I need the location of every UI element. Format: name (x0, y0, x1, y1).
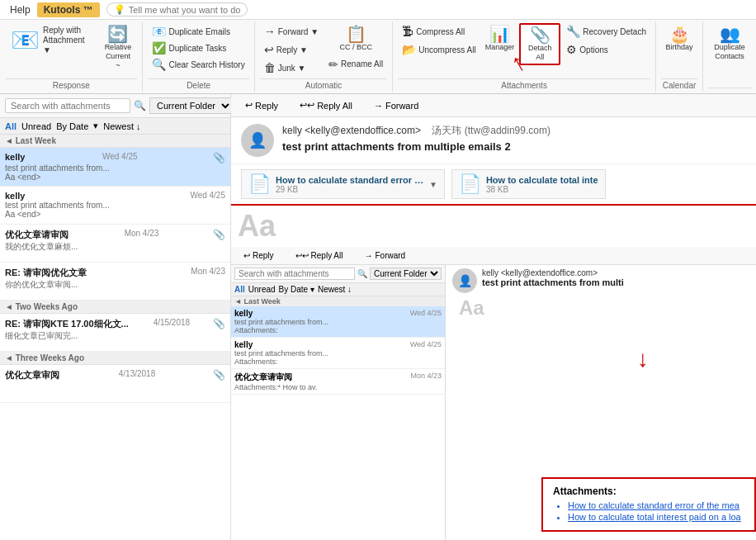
attach-result-1[interactable]: How to calculate standard error of the m… (568, 500, 744, 510)
forward-button[interactable]: → Forward ▼ (260, 23, 323, 40)
section-last-week: ◄ Last Week (0, 135, 230, 148)
attach-icon-1: 📎 (213, 152, 225, 163)
nested-from: kelly <kelly@extendoffice.com> (482, 268, 624, 277)
attachments-result-list: How to calculate standard error of the m… (553, 500, 744, 522)
attach-result-2[interactable]: How to calculate total interest paid on … (568, 512, 744, 522)
attachments-group-label: Attachments (398, 78, 650, 90)
duplicate-tasks-button[interactable]: ✅ Duplicate Tasks (148, 40, 230, 56)
email-content-3: 优化文章请审阅 Mon 4/23 📎 我的优化文章麻烦... (5, 229, 225, 258)
manager-button[interactable]: 📊 Manager (482, 23, 517, 54)
duplicate-tasks-icon: ✅ (152, 41, 166, 54)
detach-all-button[interactable]: 📎 Detach All (519, 23, 560, 65)
section-two-weeks: ◄ Two Weeks Ago (0, 301, 230, 314)
nested-by-date[interactable]: By Date ▾ (279, 285, 314, 294)
menu-help[interactable]: Help (3, 2, 37, 17)
nested-unread[interactable]: Unread (248, 285, 276, 294)
uncompress-all-button[interactable]: 📂 Uncompress All (398, 41, 480, 58)
email-date-4: Mon 4/23 (191, 267, 225, 276)
reply-all-view-btn[interactable]: ↩↩ Reply All (292, 97, 360, 113)
email-sender-1: kelly (5, 152, 25, 162)
attachment-item-1[interactable]: 📄 How to calculate standard error of the… (241, 169, 445, 199)
compress-all-button[interactable]: 🗜 Compress All (398, 23, 480, 40)
nested-toolbar: ↩ Reply ↩↩ Reply All → Forward (231, 247, 756, 265)
rename-all-button[interactable]: ✏ Rename All (324, 56, 387, 73)
search-bar: 🔍 Current Folder (0, 94, 230, 118)
nested-folder-select[interactable]: Current Folder (370, 268, 442, 280)
nested-search-input[interactable] (234, 268, 355, 280)
unread-label[interactable]: Unread (21, 121, 51, 131)
tell-me-box[interactable]: 💡 Tell me what you want to do (106, 2, 248, 17)
email-content-6: 优化文章审阅 4/13/2018 📎 (5, 369, 225, 398)
email-subject: test print attachments from multiple ema… (282, 140, 746, 153)
forward-icon: → (264, 25, 276, 38)
email-item-5[interactable]: RE: 请审阅KTE 17.00细化文... 4/15/2018 📎 细化文章已… (0, 314, 230, 352)
birthday-button[interactable]: 🎂 Birthday (661, 23, 697, 54)
nested-reply-btn[interactable]: ↩ Reply (236, 249, 281, 263)
nested-subject: test print attachments from multi (482, 277, 624, 287)
nested-container: ↩ Reply ↩↩ Reply All → Forward (231, 247, 756, 540)
reply-with-attachment-button[interactable]: 📧 Reply withAttachment ▼ (5, 23, 97, 58)
email-item-4[interactable]: RE: 请审阅优化文章 Mon 4/23 你的优化文章审阅... (0, 263, 230, 301)
nested-reply-all-btn[interactable]: ↩↩ Reply All (288, 249, 351, 263)
menu-kutools[interactable]: Kutools ™ (37, 2, 100, 17)
nested-forward-btn[interactable]: → Forward (357, 249, 413, 263)
nested-search-icon[interactable]: 🔍 (357, 269, 367, 278)
email-sender-3: 优化文章请审阅 (5, 229, 69, 241)
reply-all-icon: ↩↩ (300, 100, 314, 111)
nested-section-header: ◄ Last Week (231, 296, 445, 306)
email-date-6: 4/13/2018 (119, 369, 156, 378)
nested-email-3[interactable]: 优化文章请审阅 Mon 4/23 Attachments:* How to av… (231, 369, 445, 395)
duplicate-contacts-icon: 👥 (720, 26, 740, 42)
forward-view-btn[interactable]: → Forward (366, 98, 426, 113)
folder-select[interactable]: Current Folder (149, 97, 233, 114)
email-meta: kelly <kelly@extendoffice.com> 汤天玮 (ttw@… (282, 124, 746, 153)
duplicate-contacts-button[interactable]: 👥 DuplicateContacts (708, 23, 751, 64)
attachment-strip: 📄 How to calculate standard error of the… (231, 164, 756, 206)
ribbon-group-delete: 📧 Duplicate Emails ✅ Duplicate Tasks 🔍 C… (143, 21, 254, 92)
attach-size-1: 29 KB (276, 185, 424, 194)
email-item-1[interactable]: kelly Wed 4/25 📎 test print attachments … (0, 148, 230, 187)
compress-icon: 🗜 (402, 25, 413, 38)
ribbon-group-calendar: 🎂 Birthday Calendar (656, 21, 703, 92)
nested-email-2[interactable]: kelly Wed 4/25 test print attachments fr… (231, 338, 445, 369)
attachments-result-box: Attachments: How to calculate standard e… (541, 477, 756, 532)
junk-button[interactable]: 🗑 Junk ▼ (260, 59, 323, 76)
watermark2: Aa (452, 293, 749, 323)
sort-bar: All Unread By Date▾ Newest ↓ (0, 118, 230, 135)
nested-newest[interactable]: Newest ↓ (318, 285, 352, 294)
reply-button[interactable]: ↩ Reply ▼ (260, 41, 323, 58)
nested-forward-icon: → (364, 251, 372, 260)
relative-current-button[interactable]: 🔄 RelativeCurrent ~ (98, 23, 137, 72)
newest-label[interactable]: Newest ↓ (103, 121, 140, 131)
search-icon[interactable]: 🔍 (134, 100, 146, 111)
forward-view-label: Forward (385, 101, 418, 111)
all-label[interactable]: All (5, 121, 17, 131)
automatic-col2: 📋 CC / BCC ✏ Rename All (324, 23, 387, 73)
nested-all[interactable]: All (234, 285, 245, 294)
reply-view-btn[interactable]: ↩ Reply (238, 97, 286, 113)
attachment-item-2[interactable]: 📄 How to calculate total inte 38 KB (451, 169, 606, 199)
email-sender-6: 优化文章审阅 (5, 369, 59, 381)
duplicate-emails-icon: 📧 (152, 25, 166, 38)
search-input[interactable] (5, 98, 130, 113)
email-row-2: kelly Wed 4/25 (5, 191, 225, 201)
cc-bcc-button[interactable]: 📋 CC / BCC (324, 23, 387, 54)
email-preview-1: test print attachments from... (5, 163, 225, 173)
automatic-group-label: Automatic (260, 78, 388, 90)
recovery-detach-button[interactable]: 🔧 Recovery Detach (562, 23, 650, 40)
email-item-3[interactable]: 优化文章请审阅 Mon 4/23 📎 我的优化文章麻烦... (0, 225, 230, 263)
by-date-label[interactable]: By Date (56, 121, 88, 131)
attach-dropdown-1[interactable]: ▼ (429, 180, 437, 189)
clear-search-button[interactable]: 🔍 Clear Search History (148, 56, 248, 73)
email-row-1: kelly Wed 4/25 📎 (5, 152, 225, 163)
nested-email-1[interactable]: kelly Wed 4/25 test print attachments fr… (231, 306, 445, 338)
email-item-2[interactable]: kelly Wed 4/25 test print attachments fr… (0, 187, 230, 225)
calendar-group-label: Calendar (661, 78, 697, 90)
lightbulb-icon: 💡 (114, 4, 125, 15)
delete-buttons: 📧 Duplicate Emails ✅ Duplicate Tasks 🔍 C… (148, 23, 248, 78)
duplicate-emails-button[interactable]: 📧 Duplicate Emails (148, 23, 234, 40)
email-row-6: 优化文章审阅 4/13/2018 📎 (5, 369, 225, 381)
options-button[interactable]: ⚙ Options (562, 41, 650, 58)
email-item-6[interactable]: 优化文章审阅 4/13/2018 📎 (0, 365, 230, 403)
delete-group-label: Delete (148, 78, 248, 90)
